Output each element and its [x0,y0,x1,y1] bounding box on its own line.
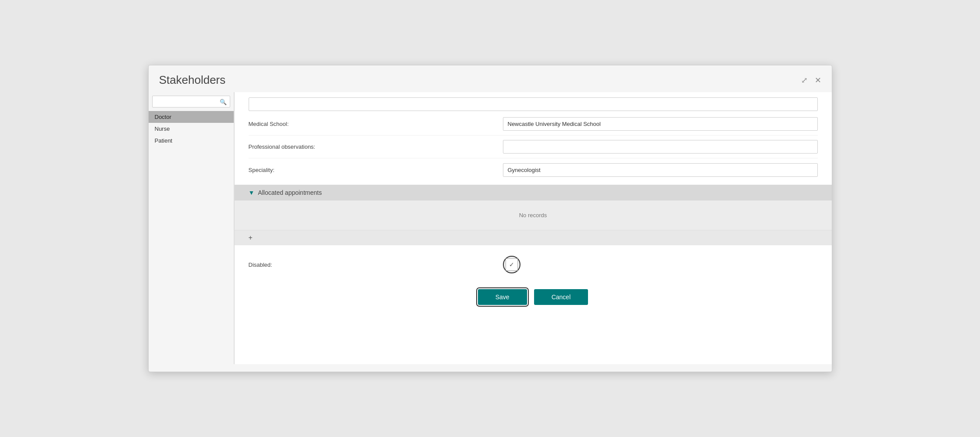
sidebar-item-patient[interactable]: Patient [149,135,234,147]
disabled-checkbox-container: ✓ [503,256,520,273]
add-record-row: + [235,230,832,245]
no-records-text: No records [249,208,818,223]
speciality-input[interactable] [503,163,818,177]
allocated-appointments-header[interactable]: ▼ Allocated appointments [235,185,832,201]
disabled-row: Disabled: ✓ [235,249,832,280]
allocated-appointments-body: No records [235,201,832,230]
professional-observations-input[interactable] [503,140,818,154]
dialog-body: 🔍 Doctor Nurse Patient Medical School: [149,92,832,364]
stakeholders-dialog: Stakeholders ⤢ ✕ 🔍 Doctor Nurse Patient [148,65,832,372]
sidebar-item-nurse[interactable]: Nurse [149,123,234,135]
sidebar: 🔍 Doctor Nurse Patient [149,92,234,364]
allocated-appointments-section: ▼ Allocated appointments No records + [235,185,832,245]
add-record-icon[interactable]: + [249,234,253,241]
disabled-checkbox[interactable]: ✓ [506,258,518,271]
save-button[interactable]: Save [478,289,527,305]
top-partial-row [235,92,832,113]
main-content: Medical School: Professional observation… [234,92,832,364]
expand-icon[interactable]: ⤢ [801,76,808,84]
professional-observations-label: Professional observations: [249,143,503,150]
medical-school-label: Medical School: [249,121,503,127]
medical-school-field [503,117,818,131]
medical-school-input[interactable] [503,117,818,131]
form-row-speciality: Speciality: [249,158,818,181]
form-row-medical-school: Medical School: [249,113,818,136]
search-box: 🔍 [152,96,230,107]
top-partial-input[interactable] [249,97,818,111]
search-icon: 🔍 [220,98,227,105]
form-section: Medical School: Professional observation… [235,113,832,181]
allocated-appointments-title: Allocated appointments [258,189,322,196]
speciality-label: Speciality: [249,167,503,173]
disabled-label: Disabled: [249,261,503,268]
close-icon[interactable]: ✕ [815,76,821,84]
button-row: Save Cancel [235,280,832,318]
disabled-checkbox-wrapper: ✓ [503,256,520,273]
cancel-button[interactable]: Cancel [534,289,588,305]
collapse-icon: ▼ [249,189,255,196]
dialog-header: Stakeholders ⤢ ✕ [149,65,832,92]
search-input[interactable] [152,96,230,107]
header-actions: ⤢ ✕ [801,76,821,84]
checkbox-check-icon: ✓ [509,261,514,268]
form-row-professional-observations: Professional observations: [249,136,818,158]
professional-observations-field [503,140,818,154]
dialog-title: Stakeholders [159,73,226,87]
sidebar-item-doctor[interactable]: Doctor [149,111,234,123]
speciality-field [503,163,818,177]
